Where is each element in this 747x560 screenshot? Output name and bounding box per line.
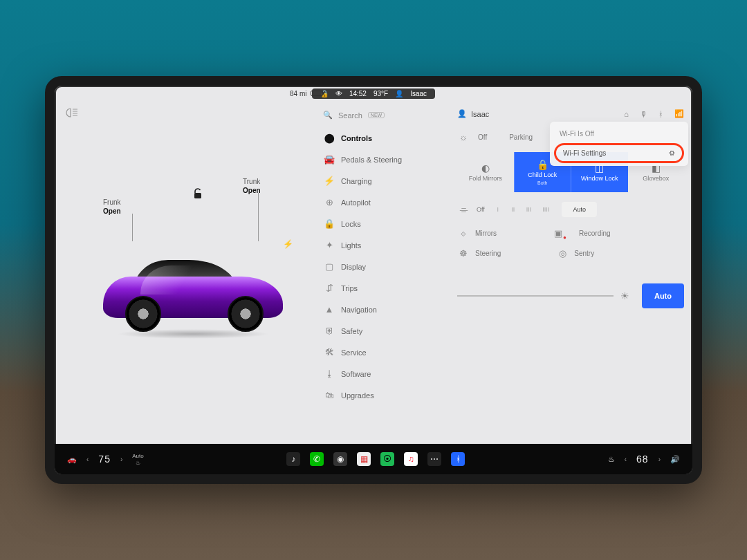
nav-label: Trips [341, 284, 358, 292]
tile-label: Window Lock [581, 176, 618, 183]
tile-sub: Both [537, 180, 547, 185]
nav-lights[interactable]: ✦Lights [317, 235, 438, 255]
app-spotify-icon[interactable]: ⦿ [380, 452, 394, 466]
nav-safety[interactable]: ⛨Safety [317, 321, 438, 341]
nav-label: Locks [341, 220, 361, 228]
nav-label: Charging [341, 177, 372, 185]
nav-label: Service [341, 348, 367, 357]
app-more-icon[interactable]: ⋯ [427, 452, 441, 466]
wiper-off[interactable]: Off [472, 202, 489, 217]
nav-navigation[interactable]: ▲Navigation [317, 299, 438, 319]
nav-charging[interactable]: ⚡Charging [317, 171, 438, 191]
dashcam-recording-button[interactable]: ▣● Recording [552, 228, 610, 239]
nav-upgrades[interactable]: 🛍Upgrades [317, 385, 438, 405]
search-row[interactable]: 🔍 Search NEW [317, 108, 438, 127]
nav-label: Navigation [341, 306, 377, 314]
app-music-note-icon[interactable]: ♪ [286, 452, 300, 466]
light-icon: ✦ [324, 240, 334, 250]
home-icon[interactable]: ⌂ [624, 110, 629, 118]
wifi-settings-button[interactable]: Wi-Fi Settings ⚙ [554, 143, 684, 163]
app-apple-music-icon[interactable]: ♫ [404, 452, 418, 466]
seat-auto-label: Auto [132, 453, 143, 459]
cellular-icon[interactable]: 📶 [674, 109, 684, 118]
wifi-dropdown: Wi-Fi Is Off Wi-Fi Settings ⚙ [550, 122, 688, 166]
seat-heater-passenger[interactable]: ♨ [608, 455, 615, 464]
car-visualization-pane: Frunk Open Trunk Open ⚡ [55, 101, 311, 444]
nav-label: Display [341, 263, 366, 271]
lights-parking-option[interactable]: Parking [509, 133, 533, 141]
controls-panel: 👤 Isaac ⌂ 🎙 ᚼ 📶 Wi-Fi Is Off Wi-Fi Setti… [449, 101, 692, 444]
mirror-icon: ◐ [481, 162, 490, 174]
trunk-label: Trunk [243, 178, 260, 185]
car-icon: 🚘 [324, 154, 334, 165]
bluetooth-icon[interactable]: ᚼ [658, 110, 663, 118]
wifi-settings-label: Wi-Fi Settings [563, 149, 606, 157]
nav-label: Lights [341, 241, 361, 250]
charge-bolt-icon[interactable]: ⚡ [283, 239, 293, 249]
brightness-slider[interactable] [457, 295, 614, 297]
wiper-4[interactable]: IIII [538, 202, 553, 217]
chevron-right-icon[interactable]: › [120, 456, 122, 463]
nav-label: Software [341, 370, 371, 378]
settings-sidebar: 🔍 Search NEW ⬤Controls 🚘Pedals & Steerin… [311, 101, 449, 444]
frunk-label: Frunk [103, 198, 121, 206]
frunk-button[interactable]: Frunk Open [103, 198, 121, 216]
wiper-2[interactable]: II [507, 202, 519, 217]
wiper-icon[interactable]: ⌯ [457, 205, 470, 215]
car-controls-icon[interactable]: 🚗 [67, 455, 77, 464]
headlight-icon[interactable] [64, 108, 78, 120]
nav-software[interactable]: ⭳Software [317, 364, 438, 384]
wiper-3[interactable]: III [522, 202, 536, 217]
nav-icon: ▲ [324, 304, 334, 315]
mic-icon[interactable]: 🎙 [640, 110, 647, 118]
wrench-icon: 🛠 [324, 347, 334, 357]
steering-label: Steering [475, 250, 501, 257]
nav-label: Upgrades [341, 391, 374, 400]
volume-icon[interactable]: 🔊 [670, 455, 680, 464]
nav-autopilot[interactable]: ⊕Autopilot [317, 192, 438, 212]
bag-icon: 🛍 [324, 390, 334, 400]
brightness-row: ☀ Auto [457, 283, 684, 308]
driver-profile-button[interactable]: 👤 Isaac [457, 109, 489, 118]
nav-controls[interactable]: ⬤Controls [317, 128, 438, 148]
car-render[interactable] [103, 232, 283, 336]
nav-label: Controls [341, 134, 372, 142]
chevron-right-icon[interactable]: › [658, 456, 661, 463]
wiper-1[interactable]: I [492, 202, 504, 217]
gear-icon: ⚙ [669, 149, 675, 157]
shield-icon: ⛨ [324, 326, 334, 336]
steering-adjust-button[interactable]: ☸ Steering [457, 248, 501, 259]
steering-icon: ☸ [457, 248, 470, 259]
nav-display[interactable]: ▢Display [317, 256, 438, 277]
nav-service[interactable]: 🛠Service [317, 342, 438, 362]
driver-temp[interactable]: 75 [98, 454, 111, 465]
app-phone-icon[interactable]: ✆ [310, 452, 324, 466]
svg-rect-0 [194, 193, 201, 198]
recording-label: Recording [579, 230, 611, 237]
app-bluetooth-icon[interactable]: ᚼ [451, 452, 465, 466]
nav-locks[interactable]: 🔒Locks [317, 214, 438, 234]
tile-fold-mirrors[interactable]: ◐ Fold Mirrors [457, 152, 514, 192]
headlight-icon[interactable]: ☼ [457, 132, 470, 142]
lights-off-option[interactable]: Off [478, 133, 487, 141]
nav-label: Safety [341, 327, 362, 335]
nav-pedals[interactable]: 🚘Pedals & Steering [317, 149, 438, 169]
seat-heater-driver[interactable]: Auto♨ [132, 453, 143, 466]
wipers-control: ⌯ Off I II III IIII Auto [457, 202, 684, 217]
mirrors-adjust-button[interactable]: ⟐ Mirrors [457, 228, 497, 239]
chevron-left-icon[interactable]: ‹ [86, 456, 89, 463]
driver-profile-name: Isaac [471, 110, 489, 118]
passenger-temp[interactable]: 68 [636, 454, 649, 465]
search-icon: 🔍 [323, 111, 333, 120]
sentry-button[interactable]: ◎ Sentry [556, 248, 594, 259]
app-camera-icon[interactable]: ◉ [333, 452, 347, 466]
nav-trips[interactable]: ⇵Trips [317, 278, 438, 298]
search-placeholder: Search [338, 111, 362, 120]
bolt-icon: ⚡ [324, 176, 334, 186]
wiper-auto[interactable]: Auto [562, 202, 597, 217]
app-calendar-icon[interactable]: ▦ [357, 452, 371, 466]
unlock-icon[interactable] [193, 188, 203, 202]
chevron-left-icon[interactable]: ‹ [625, 456, 627, 463]
brightness-auto-button[interactable]: Auto [642, 283, 684, 308]
trips-icon: ⇵ [324, 283, 334, 293]
